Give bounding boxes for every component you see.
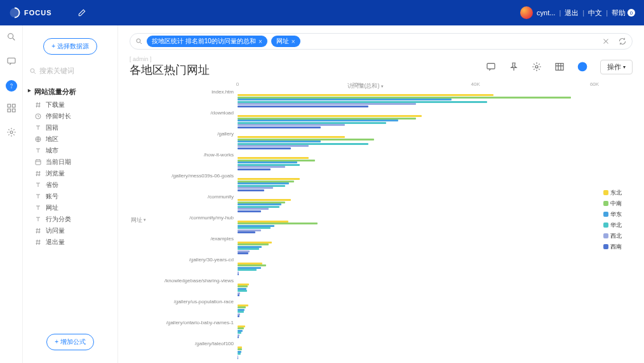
field-item[interactable]: 下载量 [34,99,111,111]
sidebar: + 选择数据源 搜索关键词 网站流量分析 下载量停留时长国籍地区城市当前日期浏览… [23,25,118,363]
legend-label: 华北 [610,221,622,229]
chart-bar[interactable] [238,311,244,313]
chart-bar[interactable] [238,127,321,128]
field-label: 行为分类 [46,215,71,224]
field-item[interactable]: 访问量 [34,225,111,236]
sidebar-search[interactable]: 搜索关键词 [23,64,117,78]
chart-bar[interactable] [238,336,239,338]
chart-bar[interactable] [238,332,241,334]
chart-bar[interactable] [238,103,416,105]
close-icon[interactable]: × [258,38,262,45]
y-category-label: /community [130,194,238,200]
chart-bar[interactable] [238,166,285,168]
rail-dashboard[interactable] [6,103,17,116]
x-tick: 60K [590,81,599,87]
select-datasource-button[interactable]: + 选择数据源 [43,38,97,55]
chart-bar[interactable] [238,231,255,233]
chart-bar[interactable] [238,353,241,355]
chart-bar[interactable] [238,189,264,191]
chart-bar[interactable] [238,264,266,266]
chart-bar[interactable] [238,147,291,149]
operations-button[interactable]: 操作▾ [600,60,633,74]
chart-bar[interactable] [238,223,318,224]
chart-bar[interactable] [238,115,422,117]
chart-bar[interactable] [238,252,248,254]
field-item[interactable]: 当前日期 [34,156,111,168]
field-item[interactable]: 行为分类 [34,214,111,225]
field-item[interactable]: 地区 [34,134,111,145]
lang-link[interactable]: 中文 [588,8,602,18]
chart-bar[interactable] [238,294,239,296]
chart-bar[interactable] [238,327,244,329]
sidebar-group-title[interactable]: 网站流量分析 [23,85,117,99]
field-item[interactable]: 省份 [34,179,111,191]
legend-item[interactable]: 华东 [603,210,633,219]
query-pill-1[interactable]: 按地区统计 排名前10的访问量的总和× [147,36,267,47]
avatar[interactable] [520,6,533,19]
chart-bar[interactable] [238,290,247,292]
chart-bar[interactable] [238,187,273,189]
chart-bar[interactable] [238,248,259,250]
add-formula-button[interactable]: + 增加公式 [46,334,94,350]
query-bar[interactable]: 按地区统计 排名前10的访问量的总和× 网址× [130,33,633,50]
legend-item[interactable]: 东北 [603,189,633,197]
chart-bar[interactable] [238,199,291,201]
field-item[interactable]: 网址 [34,202,111,214]
chart-bar[interactable] [238,178,300,180]
rail-search[interactable] [6,32,17,45]
chart-bar[interactable] [238,203,281,205]
chart-bar[interactable] [238,140,321,142]
chart-bar[interactable] [238,124,345,126]
chart-bar[interactable] [238,285,248,287]
field-item[interactable]: 国籍 [34,122,111,134]
chart-bar[interactable] [238,168,271,170]
field-item[interactable]: 退出量 [34,236,111,248]
svg-point-12 [137,39,140,43]
brand[interactable]: FOCUS [9,7,52,18]
table-icon[interactable] [554,62,565,72]
edit-icon[interactable] [77,8,86,17]
chart-bar[interactable] [238,269,257,271]
chart-bar[interactable] [238,243,269,245]
legend-item[interactable]: 西南 [603,243,633,251]
chart-icon[interactable] [577,62,587,72]
close-icon[interactable]: × [292,38,295,45]
help-link[interactable]: 帮助 [612,8,626,18]
field-item[interactable]: 停留时长 [34,111,111,122]
rail-settings[interactable] [6,127,17,140]
chart-legend: 东北中南华东华北西北西南 [601,81,633,358]
clear-icon[interactable] [601,37,610,46]
field-item[interactable]: 账号 [34,191,111,202]
pin-icon[interactable] [509,62,519,72]
rail-chat[interactable] [6,56,17,69]
chart-bar[interactable] [238,94,493,96]
chart-bar[interactable] [238,210,261,212]
chart-bar[interactable] [238,208,269,210]
refresh-icon[interactable] [618,37,627,46]
comment-icon[interactable] [486,62,496,72]
chart-bar[interactable] [238,182,289,184]
chart-bar[interactable] [238,145,309,147]
chart-bar[interactable] [238,357,238,359]
chart-bar[interactable] [238,161,297,163]
legend-item[interactable]: 西北 [603,232,633,240]
field-item[interactable]: 浏览量 [34,168,111,179]
rail-question[interactable] [6,80,17,92]
gear-icon[interactable] [532,62,542,72]
chart-bar[interactable] [238,106,368,107]
chart-bar[interactable] [238,315,239,317]
field-item[interactable]: 城市 [34,145,111,156]
chart-bar[interactable] [238,120,398,121]
chart-bar[interactable] [238,157,309,159]
chart-bar[interactable] [238,306,246,308]
chart-bar[interactable] [238,273,239,275]
chart-bar[interactable] [238,99,452,100]
legend-item[interactable]: 华北 [603,221,633,229]
query-pill-2[interactable]: 网址× [271,36,300,47]
x-tick: 0 [236,81,239,87]
legend-item[interactable]: 中南 [603,200,633,208]
logout-link[interactable]: 退出 [565,8,579,18]
chart-bar[interactable] [238,136,345,138]
chart-bar[interactable] [238,227,271,229]
username[interactable]: cynt... [537,9,555,17]
